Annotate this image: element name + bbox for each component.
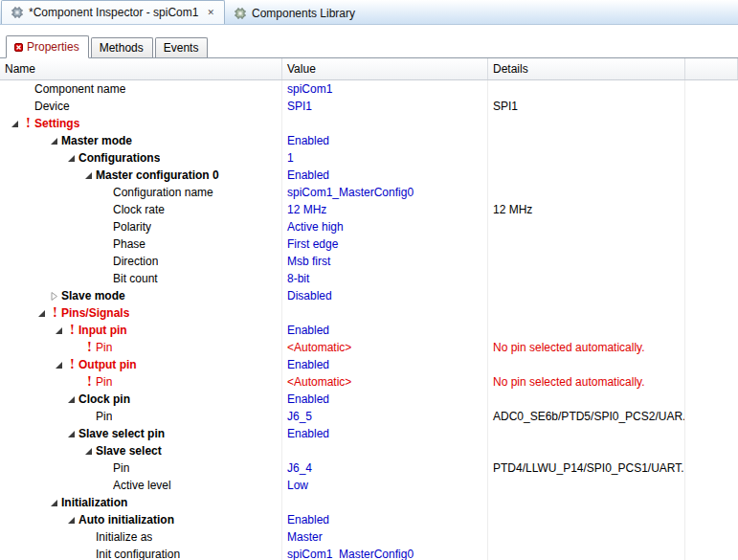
table-row[interactable]: !Output pinEnabled [0,356,738,373]
table-row[interactable]: Slave modeDisabled [0,287,738,304]
table-row[interactable]: Clock pinEnabled [0,391,738,408]
table-row[interactable]: Master configuration 0Enabled [0,167,738,184]
row-value[interactable]: 1 [282,149,488,167]
column-header-details[interactable]: Details [488,58,685,79]
table-row[interactable]: Slave select [0,442,738,459]
row-value[interactable]: J6_5 [282,408,488,425]
row-label: Slave select [96,442,162,459]
table-row[interactable]: PolarityActive high [0,218,738,235]
table-row[interactable]: !Input pinEnabled [0,322,738,339]
row-value[interactable] [282,304,488,322]
error-icon: ! [66,357,78,372]
row-value[interactable]: SPI1 [282,98,488,115]
table-row[interactable]: PinJ6_4PTD4/LLWU_P14/SPI0_PCS1/UART... [0,459,738,477]
table-row[interactable]: !Pin<Automatic>No pin selected automatic… [0,373,738,391]
tab-properties[interactable]: Properties [6,35,89,58]
row-value[interactable]: spiCom1_MasterConfig0 [282,184,488,201]
table-row[interactable]: !Pin<Automatic>No pin selected automatic… [0,339,738,356]
tab-component-inspector[interactable]: *Component Inspector - spiCom1 ✕ [1,0,225,24]
table-row[interactable]: DeviceSPI1SPI1 [0,98,738,115]
row-value[interactable]: Msb first [282,253,488,270]
row-label: Init configuration [96,546,180,560]
expander-closed-icon[interactable] [46,292,61,301]
table-row[interactable]: !Settings [0,115,738,132]
row-value[interactable]: Disabled [282,287,488,304]
expander-open-icon[interactable] [46,137,61,146]
row-value[interactable]: Enabled [282,391,488,408]
table-row[interactable]: Initialize asMaster [0,528,738,546]
row-value[interactable]: Enabled [282,425,488,442]
row-details: SPI1 [488,98,685,115]
editor-tab-label: Components Library [252,7,355,20]
table-row[interactable]: Initialization [0,494,738,511]
row-value[interactable]: spiCom1 [282,80,488,98]
close-icon[interactable]: ✕ [206,8,215,17]
expander-open-icon[interactable] [51,361,66,370]
row-extra [685,184,738,201]
row-value[interactable]: Enabled [282,132,488,149]
row-value[interactable]: 12 MHz [282,201,488,218]
row-extra [685,218,738,235]
row-value[interactable] [282,442,488,459]
tab-events[interactable]: Events [155,37,209,57]
row-details [488,80,685,98]
row-value[interactable]: <Automatic> [282,373,488,391]
table-row[interactable]: Auto initializationEnabled [0,511,738,528]
table-row[interactable]: Master modeEnabled [0,132,738,149]
table-row[interactable]: Active levelLow [0,477,738,494]
row-details [488,132,685,149]
row-details [488,442,685,459]
row-value[interactable]: Enabled [282,167,488,184]
table-row[interactable]: PinJ6_5ADC0_SE6b/PTD5/SPI0_PCS2/UAR... [0,408,738,425]
table-row[interactable]: Bit count8-bit [0,270,738,287]
row-value[interactable]: <Automatic> [282,339,488,356]
table-row[interactable]: Configurations1 [0,149,738,167]
row-value[interactable]: J6_4 [282,459,488,477]
expander-open-icon[interactable] [7,120,22,128]
table-row[interactable]: Clock rate12 MHz12 MHz [0,201,738,218]
expander-open-icon[interactable] [63,154,78,163]
tab-components-library[interactable]: Components Library [225,3,364,24]
table-row[interactable]: Init configurationspiCom1_MasterConfig0 [0,546,738,560]
row-value[interactable]: Enabled [282,511,488,528]
expander-open-icon[interactable] [63,430,78,438]
row-details: No pin selected automatically. [488,373,685,391]
row-label: Phase [113,235,145,253]
row-value[interactable]: Active high [282,218,488,235]
table-row[interactable]: DirectionMsb first [0,253,738,270]
column-header-value[interactable]: Value [282,58,488,79]
expander-open-icon[interactable] [63,516,78,525]
row-value[interactable]: spiCom1_MasterConfig0 [282,546,488,560]
expander-open-icon[interactable] [34,309,49,318]
column-header-name[interactable]: Name [0,58,282,79]
tab-methods[interactable]: Methods [91,37,153,57]
row-label: Output pin [78,356,137,373]
expander-open-icon[interactable] [46,499,61,507]
row-value[interactable]: Low [282,477,488,494]
expander-open-icon[interactable] [63,395,78,404]
row-value[interactable]: First edge [282,235,488,253]
row-value[interactable]: Enabled [282,322,488,339]
row-label: Bit count [113,270,158,287]
row-details [488,218,685,235]
expander-open-icon[interactable] [80,171,96,180]
expander-open-icon[interactable] [51,326,66,335]
row-value[interactable] [282,115,488,132]
table-row[interactable]: Component namespiCom1 [0,80,738,98]
row-extra [685,132,738,149]
row-extra [685,322,738,339]
table-row[interactable]: Configuration namespiCom1_MasterConfig0 [0,184,738,201]
error-icon: ! [49,305,61,321]
row-label: Direction [113,253,158,270]
table-row[interactable]: PhaseFirst edge [0,235,738,253]
expander-open-icon[interactable] [80,447,96,456]
row-value[interactable] [282,494,488,511]
row-value[interactable]: Enabled [282,356,488,373]
table-row[interactable]: Slave select pinEnabled [0,425,738,442]
row-value[interactable]: 8-bit [282,270,488,287]
component-chip-icon [11,6,24,19]
row-value[interactable]: Master [282,528,488,546]
row-extra [685,494,738,511]
row-details [488,511,685,528]
table-row[interactable]: !Pins/Signals [0,304,738,322]
